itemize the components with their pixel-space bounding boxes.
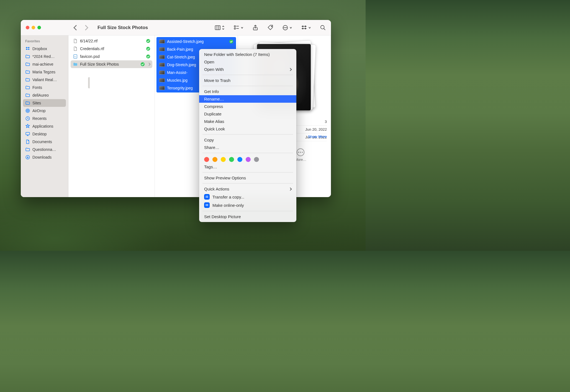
sidebar-item-desktop[interactable]: Desktop xyxy=(23,130,66,138)
file-row[interactable]: Full Size Stock Photos xyxy=(71,60,152,68)
file-icon xyxy=(73,46,78,51)
image-thumb-icon xyxy=(159,40,165,43)
image-thumb-icon xyxy=(159,63,165,67)
sidebar-item--2024-red-[interactable]: *2024 Red… xyxy=(23,53,66,60)
file-name: 6/14/22.rtf xyxy=(80,39,144,43)
menu-item-quick-look[interactable]: Quick Look xyxy=(199,125,296,133)
chevron-right-icon xyxy=(289,187,292,190)
share-button[interactable] xyxy=(252,25,258,31)
file-icon xyxy=(73,38,78,43)
svg-point-11 xyxy=(285,27,286,28)
menu-item-rename-[interactable]: Rename… xyxy=(199,95,296,103)
sidebar-item-label: mai-achieve xyxy=(32,62,53,66)
sidebar-item-applications[interactable]: Applications xyxy=(23,122,66,130)
info-value: Jun 20, 2022 xyxy=(305,127,327,131)
menu-item-open-with[interactable]: Open With xyxy=(199,66,296,73)
menu-item-duplicate[interactable]: Duplicate xyxy=(199,110,296,118)
menu-item-make-online-only[interactable]: Make online-only xyxy=(199,201,296,209)
menu-item-compress[interactable]: Compress xyxy=(199,103,296,110)
sidebar-resize-handle[interactable] xyxy=(88,77,90,88)
file-row-selected[interactable]: Assisted-Stretch.jpeg xyxy=(157,38,235,45)
menu-item-set-desktop-picture[interactable]: Set Desktop Picture xyxy=(199,213,296,220)
tags-button[interactable] xyxy=(267,25,273,31)
folder-icon xyxy=(25,100,30,105)
zoom-button[interactable] xyxy=(37,26,41,29)
menu-item-transfer-a-copy-[interactable]: Transfer a copy... xyxy=(199,193,296,201)
folder-icon xyxy=(25,62,30,67)
chevron-right-icon xyxy=(147,63,150,66)
tag-color[interactable] xyxy=(229,157,234,162)
dropbox-icon xyxy=(204,194,210,200)
menu-item-label: Transfer a copy... xyxy=(212,195,244,199)
sidebar-item-questionna-[interactable]: Questionna… xyxy=(23,146,66,153)
dropbox-toolbar-button[interactable] xyxy=(301,25,311,31)
folder-icon xyxy=(25,147,30,152)
sidebar-item-valiant-real-[interactable]: Valiant Real… xyxy=(23,76,66,84)
tag-color[interactable] xyxy=(254,157,259,162)
file-row[interactable]: Ps favicon.psd xyxy=(71,53,152,60)
airdrop-icon xyxy=(25,108,30,113)
view-columns-button[interactable] xyxy=(215,25,225,31)
menu-item-quick-actions[interactable]: Quick Actions xyxy=(199,185,296,193)
sidebar-item-maria-tegzes[interactable]: Maria Tegzes xyxy=(23,68,66,76)
menu-item-move-to-trash[interactable]: Move to Trash xyxy=(199,77,296,84)
tag-color[interactable] xyxy=(237,157,242,162)
forward-button[interactable] xyxy=(83,25,88,30)
tag-color[interactable] xyxy=(246,157,251,162)
menu-item-show-preview-options[interactable]: Show Preview Options xyxy=(199,174,296,182)
close-button[interactable] xyxy=(26,26,29,29)
sidebar: Favorites Dropbox*2024 Red…mai-achieveMa… xyxy=(21,35,68,197)
menu-item-tags-[interactable]: Tags… xyxy=(199,163,296,171)
image-thumb-icon xyxy=(159,78,165,82)
menu-separator xyxy=(202,86,293,86)
titlebar: Full Size Stock Photos xyxy=(21,20,331,35)
menu-item-label: Make Alias xyxy=(204,119,224,124)
more-actions[interactable]: •••More… xyxy=(295,148,306,162)
sidebar-item-documents[interactable]: Documents xyxy=(23,138,66,146)
file-row[interactable]: Credentials.rtf xyxy=(71,45,152,53)
file-icon: Ps xyxy=(73,54,78,59)
minimize-button[interactable] xyxy=(32,26,35,29)
menu-item-label: Set Desktop Picture xyxy=(204,214,241,219)
tag-color[interactable] xyxy=(212,157,217,162)
svg-point-8 xyxy=(271,26,272,27)
column-1: 6/14/22.rtf Credentials.rtf Ps favicon.p… xyxy=(68,35,155,197)
download-icon xyxy=(25,155,30,160)
sidebar-item-fonts[interactable]: Fonts xyxy=(23,84,66,91)
menu-item-copy[interactable]: Copy xyxy=(199,136,296,144)
sidebar-item-airdrop[interactable]: AirDrop xyxy=(23,107,66,115)
menu-item-open[interactable]: Open xyxy=(199,58,296,66)
group-button[interactable] xyxy=(233,25,243,31)
tag-color[interactable] xyxy=(221,157,226,162)
menu-item-label: Tags… xyxy=(204,164,217,169)
menu-item-new-folder-with-selection-7-items-[interactable]: New Folder with Selection (7 Items) xyxy=(199,51,296,58)
menu-item-get-info[interactable]: Get Info xyxy=(199,88,296,95)
sidebar-item-dellaureo[interactable]: dellAureo xyxy=(23,91,66,99)
sidebar-item-recents[interactable]: Recents xyxy=(23,115,66,122)
svg-rect-0 xyxy=(215,25,220,30)
menu-item-make-alias[interactable]: Make Alias xyxy=(199,118,296,125)
back-button[interactable] xyxy=(73,25,79,30)
apps-icon xyxy=(25,124,30,129)
sidebar-item-sites[interactable]: Sites xyxy=(23,99,66,107)
sidebar-item-label: Dropbox xyxy=(32,47,47,51)
menu-item-label: New Folder with Selection (7 Items) xyxy=(204,52,270,57)
more-button[interactable] xyxy=(282,25,292,31)
menu-item-share-[interactable]: Share… xyxy=(199,144,296,151)
sidebar-item-label: Sites xyxy=(32,101,41,105)
sidebar-item-mai-achieve[interactable]: mai-achieve xyxy=(23,60,66,68)
file-row[interactable]: 6/14/22.rtf xyxy=(71,37,152,45)
menu-item-label: Quick Actions xyxy=(204,187,229,191)
search-button[interactable] xyxy=(320,25,326,31)
folder-icon xyxy=(25,54,30,59)
chevron-right-icon xyxy=(289,68,292,71)
menu-separator xyxy=(202,172,293,172)
sidebar-item-label: Maria Tegzes xyxy=(32,70,55,74)
menu-item-label: Show Preview Options xyxy=(204,176,246,180)
sidebar-item-dropbox[interactable]: Dropbox xyxy=(23,45,66,53)
show-more-link[interactable]: Show More xyxy=(308,135,327,139)
sidebar-item-downloads[interactable]: Downloads xyxy=(23,153,66,161)
file-icon xyxy=(73,62,78,67)
sync-status-icon xyxy=(146,55,150,58)
tag-color[interactable] xyxy=(204,157,209,162)
